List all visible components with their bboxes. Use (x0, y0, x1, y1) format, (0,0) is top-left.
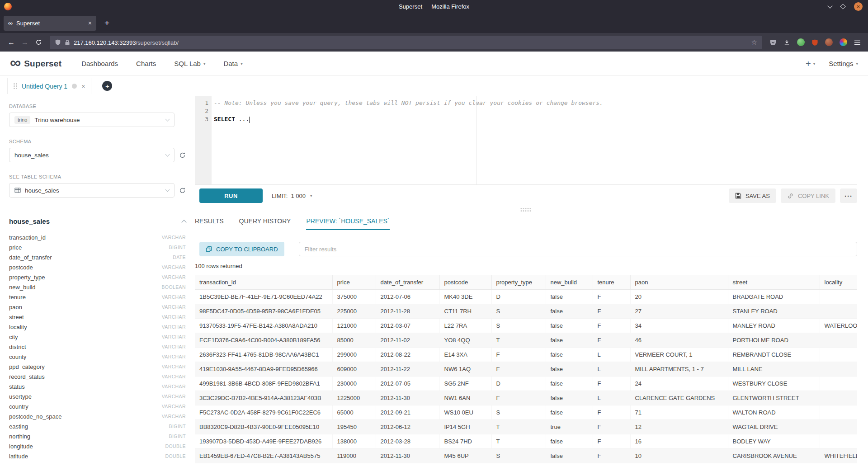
reload-button[interactable] (32, 36, 45, 49)
add-query-tab-button[interactable]: + (102, 81, 112, 91)
column-header-cell[interactable]: paon (630, 275, 728, 290)
save-as-button[interactable]: SAVE AS (729, 188, 776, 203)
table-row[interactable]: ECE1D376-C9A6-4C00-B004-A380B189FA56 850… (195, 333, 857, 348)
column-header-cell[interactable]: postcode (439, 275, 491, 290)
query-tab-active[interactable]: Untitled Query 1 × (7, 78, 91, 94)
table-select[interactable]: house_sales (9, 183, 175, 198)
column-list-item[interactable]: postcode VARCHAR (9, 262, 186, 272)
column-list-item[interactable]: ppd_category VARCHAR (9, 362, 186, 372)
pane-drag-handle-icon[interactable] (520, 208, 532, 212)
table-row[interactable]: 419E1030-9A55-4467-8DA9-9FED95D65966 609… (195, 362, 857, 377)
column-list-item[interactable]: latitude DOUBLE (9, 451, 186, 461)
tab-close-icon[interactable]: × (88, 19, 92, 27)
table-row[interactable]: 193907D3-5DBD-453D-A49E-9FEE27DAB926 138… (195, 434, 857, 449)
column-list-item[interactable]: easting BIGINT (9, 421, 186, 431)
lock-icon[interactable] (65, 39, 70, 46)
drag-handle-icon[interactable] (14, 83, 17, 89)
table-row[interactable]: 91370533-19F5-47FE-B142-A380A8ADA210 121… (195, 319, 857, 333)
column-header-cell[interactable]: price (332, 275, 376, 290)
column-header-cell[interactable]: tenure (593, 275, 630, 290)
database-select[interactable]: trino Trino warehouse (9, 113, 175, 127)
column-list-item[interactable]: status VARCHAR (9, 382, 186, 391)
pocket-icon[interactable] (769, 39, 777, 46)
run-button[interactable]: RUN (199, 188, 263, 203)
forward-button[interactable]: → (18, 36, 32, 49)
table-row[interactable]: 3C3C29DC-B7B2-4BE5-914A-A38123AF403B 122… (195, 391, 857, 405)
close-button[interactable]: × (854, 2, 863, 11)
column-name: tenure (9, 294, 26, 301)
column-header-cell[interactable]: date_of_transfer (376, 275, 439, 290)
column-list-item[interactable]: new_build BOOLEAN (9, 282, 186, 292)
column-list-item[interactable]: postcode_no_space VARCHAR (9, 411, 186, 421)
extension-icon[interactable] (840, 38, 847, 46)
column-list-item[interactable]: property_type VARCHAR (9, 272, 186, 282)
refresh-schema-button[interactable] (179, 152, 186, 159)
table-row[interactable]: BB8320C9-D82B-4B37-90E0-9FEE05095E10 195… (195, 420, 857, 434)
nav-item-sql-lab[interactable]: SQL Lab▾ (174, 60, 205, 67)
column-header-cell[interactable]: property_type (491, 275, 546, 290)
superset-brand[interactable]: ∞ Superset (10, 57, 61, 70)
query-tab-close-icon[interactable]: × (81, 83, 85, 90)
table-row[interactable]: 499B1981-3B6B-4BCD-808F-9FED9802BFA1 230… (195, 377, 857, 391)
extension-icon[interactable] (797, 38, 805, 46)
table-row[interactable]: 1B5C39ED-BE7F-41EF-9E71-9C60EED74A22 375… (195, 290, 857, 304)
table-schema-title[interactable]: house_sales (9, 217, 50, 225)
cell-new-build: false (546, 391, 593, 405)
nav-item-dashboards[interactable]: Dashboards (81, 60, 118, 67)
column-list-item[interactable]: longitude DOUBLE (9, 441, 186, 451)
minimize-button[interactable] (827, 3, 832, 8)
browser-tab[interactable]: ∞ Superset × (4, 16, 96, 31)
column-header-cell[interactable]: transaction_id (195, 275, 332, 290)
column-list-item[interactable]: northing BIGINT (9, 431, 186, 441)
editor-code-area[interactable]: -- Note: Unless you save your query, the… (212, 96, 857, 184)
nav-item-charts[interactable]: Charts (136, 60, 156, 67)
column-list-item[interactable]: country VARCHAR (9, 401, 186, 411)
column-list-item[interactable]: locality VARCHAR (9, 322, 186, 332)
column-list-item[interactable]: district VARCHAR (9, 342, 186, 352)
table-row[interactable]: F5C273AC-0D2A-458F-8279-9C61F0C22EC6 650… (195, 405, 857, 420)
schema-select[interactable]: house_sales (9, 148, 175, 162)
column-list-item[interactable]: record_status VARCHAR (9, 372, 186, 382)
column-list-item[interactable]: usertype VARCHAR (9, 391, 186, 401)
filter-results-input[interactable] (299, 242, 857, 256)
extension-icon[interactable] (825, 38, 833, 46)
nav-item-data[interactable]: Data▾ (223, 60, 242, 67)
url-bar[interactable]: 217.160.120.143:32393/superset/sqllab/ ☆ (50, 36, 762, 49)
column-list-item[interactable]: price BIGINT (9, 242, 186, 252)
column-list-item[interactable]: paon VARCHAR (9, 302, 186, 312)
new-tab-button[interactable]: + (100, 18, 114, 28)
ublock-shield-icon[interactable] (811, 39, 818, 46)
sql-editor[interactable]: 1 2 3 -- Note: Unless you save your quer… (195, 96, 857, 185)
column-header-cell[interactable]: new_build (546, 275, 593, 290)
copy-to-clipboard-button[interactable]: COPY TO CLIPBOARD (199, 242, 284, 256)
limit-control[interactable]: LIMIT: 1 000 ▾ (272, 193, 312, 199)
collapse-chevron-up-icon[interactable] (181, 220, 186, 225)
more-actions-button[interactable]: ··· (840, 188, 857, 203)
bookmark-star-icon[interactable]: ☆ (751, 38, 757, 47)
menu-icon[interactable] (854, 39, 861, 45)
downloads-icon[interactable] (783, 39, 790, 46)
table-row[interactable]: 2636F323-FF41-4765-81DB-98CAA6A43BC1 299… (195, 348, 857, 362)
results-table-container[interactable]: transaction_id price date_of_transfer po… (195, 275, 857, 471)
tab-query-history[interactable]: QUERY HISTORY (239, 217, 291, 230)
refresh-table-button[interactable] (179, 187, 186, 194)
tab-results[interactable]: RESULTS (195, 217, 224, 230)
column-list-item[interactable]: date_of_transfer DATE (9, 252, 186, 262)
back-button[interactable]: ← (5, 36, 18, 49)
column-header-cell[interactable]: street (728, 275, 820, 290)
copy-link-button[interactable]: COPY LINK (781, 188, 835, 203)
column-list-item[interactable]: transaction_id VARCHAR (9, 232, 186, 242)
column-list-item[interactable]: county VARCHAR (9, 352, 186, 362)
tab-preview-house-sales[interactable]: PREVIEW: `HOUSE_SALES` (306, 217, 389, 230)
column-header-cell[interactable]: locality (820, 275, 857, 290)
column-list-item[interactable]: tenure VARCHAR (9, 292, 186, 302)
settings-menu[interactable]: Settings▾ (829, 60, 858, 67)
maximize-button[interactable] (840, 4, 846, 9)
tracking-shield-icon[interactable] (55, 39, 61, 46)
column-list-item[interactable]: street VARCHAR (9, 312, 186, 322)
column-list-item[interactable]: city VARCHAR (9, 332, 186, 342)
table-row[interactable]: 98F5DC47-0D05-4D59-95B7-98CA6F1FDE05 225… (195, 304, 857, 319)
url-text[interactable]: 217.160.120.143:32393/superset/sqllab/ (74, 38, 179, 47)
table-row[interactable]: EB1459EB-67ED-47C8-B2E7-A38143AB5575 119… (195, 449, 857, 463)
new-item-button[interactable]: +▾ (806, 59, 815, 68)
